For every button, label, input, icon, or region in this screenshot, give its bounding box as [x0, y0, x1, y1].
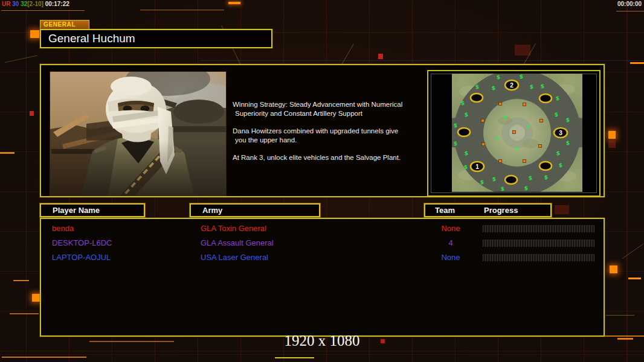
decor-line [0, 152, 14, 154]
svg-text:$: $ [544, 174, 548, 180]
svg-text:$: $ [501, 186, 504, 192]
strategy-description: Winning Strategy: Steady Advancement wit… [233, 100, 432, 162]
svg-text:3: 3 [559, 130, 562, 136]
player-list-panel: benda GLA Toxin General None DESKTOP-L6D… [40, 218, 605, 337]
player-army: USA Laser General [201, 253, 268, 262]
svg-text:$: $ [524, 185, 528, 191]
general-info-panel: Winning Strategy: Steady Advancement wit… [40, 64, 605, 197]
svg-text:$: $ [464, 164, 468, 170]
decor-diagonal [341, 43, 354, 65]
decor-line [275, 357, 314, 358]
resolution-watermark: 1920 x 1080 [0, 332, 644, 349]
hud-segment: 30 [12, 1, 21, 7]
hud-segment: UR [2, 1, 12, 7]
svg-text:$: $ [556, 150, 560, 156]
player-team: None [433, 224, 469, 233]
player-team: None [433, 253, 469, 262]
hud-segment: [2-10] [27, 1, 45, 7]
svg-text:$: $ [559, 162, 562, 168]
player-army: GLA Assault General [201, 238, 274, 247]
svg-text:$: $ [520, 74, 523, 80]
decor-square [381, 339, 385, 343]
player-load-progress-bar [483, 240, 594, 247]
bio-line: Dana Howitzers combined with upgraded tu… [233, 127, 432, 136]
decor-line [199, 60, 644, 61]
decor-line [2, 357, 86, 358]
column-header-team-progress: Team Progress [424, 203, 552, 217]
bio-line: Winning Strategy: Steady Advancement wit… [233, 100, 432, 109]
column-header-progress: Progress [484, 205, 518, 216]
svg-text:1: 1 [475, 164, 479, 170]
decor-square [555, 205, 569, 214]
decor-square [610, 265, 617, 273]
player-row: LAPTOP-AOJUL USA Laser General None [41, 251, 604, 265]
svg-text:$: $ [454, 122, 457, 129]
network-stats-readout: UR 30 32[2-10] 00:17:22 [2, 1, 69, 7]
general-tab-label: GENERAL [40, 20, 89, 29]
column-header-player-name: Player Name [40, 203, 145, 217]
column-header-team: Team [435, 205, 455, 216]
decor-square [608, 141, 616, 148]
decor-square [30, 111, 34, 116]
bio-line: Superiority and Constant Artillery Suppo… [233, 109, 432, 118]
decor-line [1, 10, 85, 11]
svg-text:$: $ [497, 74, 500, 80]
player-name: benda [52, 224, 74, 233]
decor-diagonal [5, 56, 37, 63]
decor-line [140, 10, 224, 10]
svg-text:$: $ [555, 112, 558, 118]
svg-text:$: $ [465, 150, 468, 156]
svg-text:$: $ [556, 95, 559, 101]
svg-text:$: $ [530, 84, 533, 90]
decor-line [628, 278, 641, 279]
decor-line [630, 62, 644, 64]
decor-line [10, 313, 39, 314]
bio-line: At Rank 3, unlock elite vehicles and the… [233, 153, 432, 162]
decor-line [228, 2, 240, 4]
decor-diagonal [622, 244, 643, 259]
bio-line: you the upper hand. [233, 136, 432, 145]
svg-text:$: $ [461, 100, 465, 106]
general-name-title: General Huchum [40, 29, 272, 48]
svg-text:$: $ [465, 112, 468, 118]
svg-text:$: $ [480, 179, 484, 185]
decor-square [608, 131, 616, 139]
svg-text:$: $ [566, 140, 570, 146]
player-name: LAPTOP-AOJUL [52, 253, 111, 262]
player-name: DESKTOP-L6DC [52, 238, 112, 247]
player-row: DESKTOP-L6DC GLA Assault General 4 [41, 237, 604, 251]
svg-text:$: $ [454, 141, 457, 147]
decor-square [378, 54, 383, 59]
player-team: 4 [433, 238, 469, 247]
map-preview-box: $$$$$$$$$$$$$$$$$$$$$$$$ 123 [427, 70, 601, 197]
decor-line [616, 11, 644, 11]
svg-text:$: $ [492, 85, 495, 91]
player-load-progress-bar [483, 225, 594, 233]
player-load-progress-bar [483, 254, 594, 262]
svg-text:$: $ [529, 175, 532, 181]
decor-line [606, 315, 634, 316]
decor-square [515, 45, 530, 56]
player-row: benda GLA Toxin General None [41, 222, 604, 237]
svg-text:$: $ [492, 176, 496, 182]
player-army: GLA Toxin General [201, 224, 266, 233]
svg-text:$: $ [566, 117, 570, 123]
hud-segment: 32 [21, 1, 27, 7]
portrait-art [50, 72, 226, 195]
general-portrait-image [50, 71, 227, 196]
svg-text:$: $ [475, 84, 479, 90]
map-preview-image: $$$$$$$$$$$$$$$$$$$$$$$$ 123 [452, 74, 582, 192]
hud-segment: 00:17:22 [45, 1, 69, 7]
decor-square [30, 30, 39, 38]
decor-line [13, 280, 29, 281]
column-header-army: Army [190, 203, 320, 217]
svg-text:$: $ [541, 83, 544, 89]
svg-text:2: 2 [510, 82, 514, 89]
game-timer: 00:00:00 [617, 1, 642, 7]
